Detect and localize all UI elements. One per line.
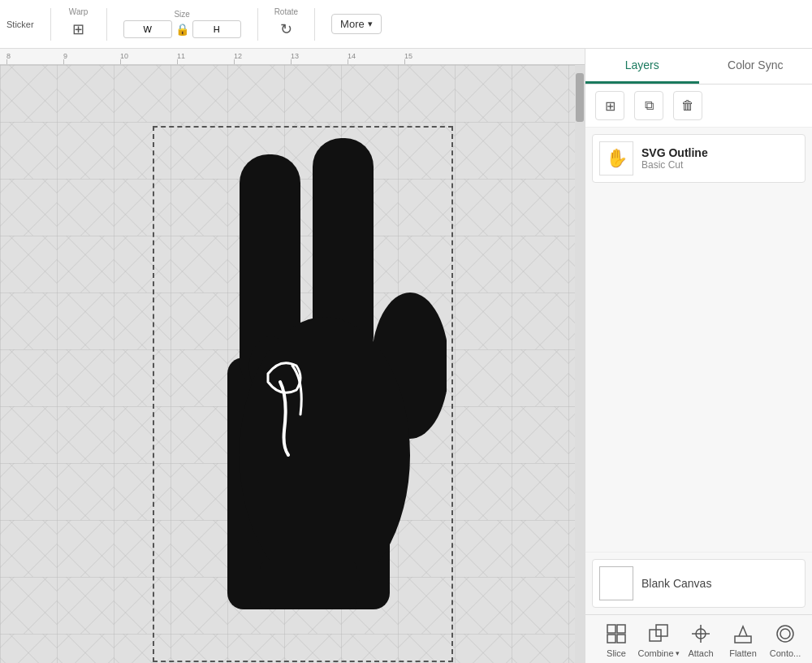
toolbar-separator-3	[257, 8, 258, 41]
warp-icon[interactable]: ⊞	[67, 18, 90, 41]
layer-thumbnail: ✋	[599, 141, 633, 176]
add-icon: ⊞	[605, 98, 615, 114]
ruler-top: 8 9 10 11 12 13 14 15	[0, 49, 585, 65]
contour-icon	[772, 621, 798, 647]
contour-label: Conto...	[770, 648, 801, 658]
size-label: Size	[174, 10, 189, 19]
warp-group: Warp ⊞	[67, 7, 90, 41]
tab-layers[interactable]: Layers	[585, 49, 699, 84]
vertical-scrollbar[interactable]	[575, 65, 585, 663]
svg-rect-9	[617, 635, 625, 643]
blank-canvas-thumbnail	[599, 566, 633, 600]
svg-rect-11	[656, 625, 667, 636]
svg-rect-7	[617, 625, 625, 633]
toolbar-separator-2	[106, 8, 107, 41]
combine-dropdown-arrow: ▾	[676, 649, 680, 657]
svg-rect-6	[607, 625, 615, 633]
flatten-label: Flatten	[729, 648, 757, 658]
right-panel: Layers Color Sync ⊞ ⧉ 🗑 ✋ SVG Outline	[585, 49, 812, 663]
tab-color-sync[interactable]: Color Sync	[699, 49, 813, 84]
svg-point-4	[240, 317, 410, 593]
lock-icon[interactable]: 🔒	[175, 23, 189, 36]
duplicate-layer-button[interactable]: ⧉	[634, 91, 663, 120]
width-input[interactable]	[123, 20, 172, 38]
svg-rect-5	[260, 561, 357, 609]
ruler-11: 11	[177, 52, 185, 60]
hand-image[interactable]	[162, 89, 447, 609]
height-input[interactable]	[192, 20, 241, 38]
warp-label: Warp	[69, 7, 89, 16]
flatten-icon	[730, 621, 756, 647]
attach-tool[interactable]: Attach	[680, 621, 722, 658]
layer-item-svg[interactable]: ✋ SVG Outline Basic Cut	[592, 134, 806, 183]
scrollbar-thumb[interactable]	[576, 73, 584, 122]
panel-tabs: Layers Color Sync	[585, 49, 812, 84]
ruler-14: 14	[348, 52, 356, 60]
layer-subtext: Basic Cut	[641, 159, 708, 171]
svg-rect-10	[650, 630, 661, 641]
layers-list: ✋ SVG Outline Basic Cut	[585, 128, 812, 552]
toolbar-separator-4	[314, 8, 315, 41]
attach-icon	[688, 621, 714, 647]
panel-toolbar: ⊞ ⧉ 🗑	[585, 84, 812, 128]
blank-canvas-area: Blank Canvas	[585, 552, 812, 614]
bottom-toolbar: Slice Combine ▾ Attach	[585, 614, 812, 663]
rotate-label: Rotate	[274, 7, 298, 16]
main-area: 8 9 10 11 12 13 14 15	[0, 49, 812, 663]
add-layer-button[interactable]: ⊞	[595, 91, 624, 120]
slice-label: Slice	[607, 648, 626, 658]
sticker-label: Sticker	[6, 20, 34, 29]
contour-tool[interactable]: Conto...	[764, 621, 806, 658]
ruler-13: 13	[291, 52, 299, 60]
trash-icon: 🗑	[681, 98, 694, 113]
svg-rect-8	[607, 635, 615, 643]
delete-layer-button[interactable]: 🗑	[673, 91, 702, 120]
flatten-tool[interactable]: Flatten	[722, 621, 764, 658]
toolbar-separator-1	[50, 8, 51, 41]
blank-canvas-item[interactable]: Blank Canvas	[592, 559, 806, 608]
ruler-15: 15	[404, 52, 412, 60]
rotate-icon[interactable]: ↻	[274, 18, 297, 41]
ruler-12: 12	[234, 52, 242, 60]
ruler-10: 10	[120, 52, 128, 60]
layer-info: SVG Outline Basic Cut	[641, 146, 708, 171]
layer-name: SVG Outline	[641, 146, 708, 159]
slice-icon	[603, 621, 629, 647]
blank-canvas-label: Blank Canvas	[641, 577, 711, 590]
attach-label: Attach	[688, 648, 713, 658]
combine-label: Combine	[637, 648, 673, 658]
size-group: Size 🔒	[123, 10, 241, 38]
svg-point-14	[777, 626, 793, 642]
toolbar: Sticker Warp ⊞ Size 🔒 Rotate ↻ More	[0, 0, 812, 49]
combine-tool[interactable]: Combine ▾	[637, 621, 680, 658]
canvas-area[interactable]: 8 9 10 11 12 13 14 15	[0, 49, 585, 663]
rotate-group: Rotate ↻	[274, 7, 298, 41]
svg-point-15	[780, 629, 790, 639]
more-button[interactable]: More	[331, 14, 382, 34]
combine-icon	[646, 621, 672, 647]
duplicate-icon: ⧉	[645, 98, 654, 113]
slice-tool[interactable]: Slice	[595, 621, 637, 658]
svg-rect-13	[735, 636, 751, 643]
